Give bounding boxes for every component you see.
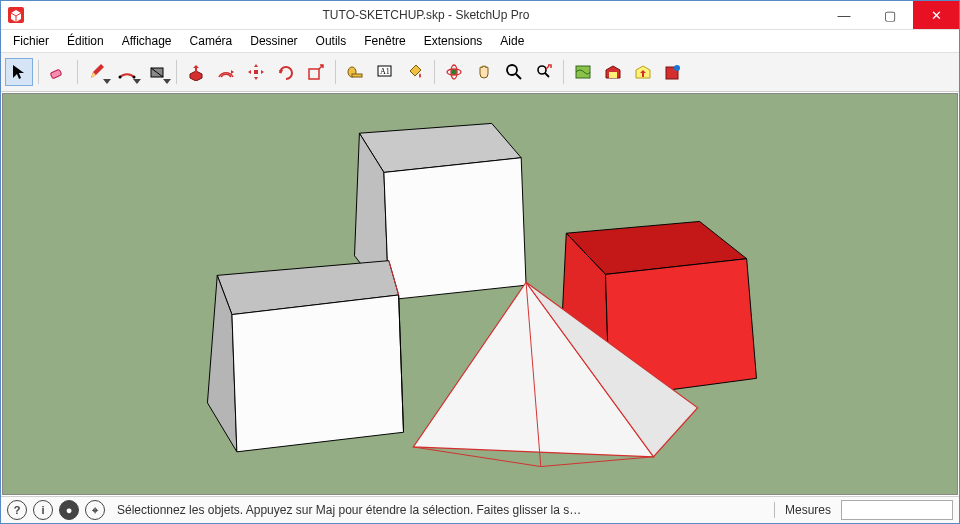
toolbar-sep — [38, 60, 39, 84]
svg-point-12 — [451, 69, 457, 75]
pushpull-tool[interactable] — [182, 58, 210, 86]
svg-line-38 — [541, 457, 654, 467]
toolbar-sep — [434, 60, 435, 84]
model-viewport[interactable] — [2, 93, 958, 495]
text-tool[interactable]: A1 — [371, 58, 399, 86]
3d-warehouse-tool[interactable] — [599, 58, 627, 86]
measures-input[interactable] — [841, 500, 953, 520]
svg-marker-28 — [232, 295, 404, 452]
select-tool[interactable] — [5, 58, 33, 86]
menu-aide[interactable]: Aide — [492, 32, 532, 50]
svg-line-16 — [516, 74, 521, 79]
maximize-button[interactable]: ▢ — [867, 1, 913, 29]
pencil-tool[interactable] — [83, 58, 111, 86]
svg-point-17 — [538, 66, 546, 74]
toolbar-sep — [563, 60, 564, 84]
share-model-tool[interactable] — [629, 58, 657, 86]
toolbar-sep — [335, 60, 336, 84]
cube-front-left — [207, 261, 403, 452]
menu-fichier[interactable]: Fichier — [5, 32, 57, 50]
toolbar: A1 — [1, 53, 959, 92]
svg-rect-7 — [309, 69, 319, 79]
zoom-tool[interactable] — [500, 58, 528, 86]
menu-outils[interactable]: Outils — [308, 32, 355, 50]
info-icon[interactable]: i — [33, 500, 53, 520]
status-hint: Sélectionnez les objets. Appuyez sur Maj… — [111, 503, 768, 517]
svg-line-18 — [545, 73, 549, 77]
minimize-button[interactable]: — — [821, 1, 867, 29]
measures-label: Mesures — [781, 503, 835, 517]
zoom-extents-tool[interactable] — [530, 58, 558, 86]
scene-objects — [3, 94, 957, 494]
titlebar: TUTO-SKETCHUP.skp - SketchUp Pro — ▢ ✕ — [1, 1, 959, 30]
menu-camera[interactable]: Caméra — [182, 32, 241, 50]
svg-rect-19 — [576, 66, 590, 78]
svg-marker-25 — [384, 158, 526, 300]
extension-warehouse-tool[interactable] — [659, 58, 687, 86]
offset-tool[interactable] — [212, 58, 240, 86]
shapes-tool[interactable] — [143, 58, 171, 86]
menu-affichage[interactable]: Affichage — [114, 32, 180, 50]
menu-extensions[interactable]: Extensions — [416, 32, 491, 50]
orbit-tool[interactable] — [440, 58, 468, 86]
scale-tool[interactable] — [302, 58, 330, 86]
menu-dessiner[interactable]: Dessiner — [242, 32, 305, 50]
app-window: TUTO-SKETCHUP.skp - SketchUp Pro — ▢ ✕ F… — [0, 0, 960, 524]
window-title: TUTO-SKETCHUP.skp - SketchUp Pro — [31, 8, 821, 22]
svg-rect-9 — [352, 74, 362, 77]
menubar: Fichier Édition Affichage Caméra Dessine… — [1, 30, 959, 53]
tape-measure-tool[interactable] — [341, 58, 369, 86]
window-controls: — ▢ ✕ — [821, 1, 959, 29]
menu-fenetre[interactable]: Fenêtre — [356, 32, 413, 50]
help-icon[interactable]: ? — [7, 500, 27, 520]
menu-edition[interactable]: Édition — [59, 32, 112, 50]
sketchup-app-icon — [7, 6, 25, 24]
eraser-tool[interactable] — [44, 58, 72, 86]
svg-point-22 — [674, 65, 680, 71]
svg-rect-1 — [50, 69, 62, 79]
svg-rect-6 — [254, 70, 258, 74]
statusbar: ? i ● ⌖ Sélectionnez les objets. Appuyez… — [1, 496, 959, 523]
toolbar-sep — [77, 60, 78, 84]
geo-location-tool[interactable] — [569, 58, 597, 86]
user-icon[interactable]: ● — [59, 500, 79, 520]
arc-tool[interactable] — [113, 58, 141, 86]
rotate-tool[interactable] — [272, 58, 300, 86]
svg-point-15 — [507, 65, 517, 75]
svg-rect-20 — [609, 72, 617, 78]
toolbar-sep — [176, 60, 177, 84]
pan-tool[interactable] — [470, 58, 498, 86]
move-tool[interactable] — [242, 58, 270, 86]
close-button[interactable]: ✕ — [913, 1, 959, 29]
svg-text:A1: A1 — [380, 67, 390, 76]
geo-icon[interactable]: ⌖ — [85, 500, 105, 520]
paint-bucket-tool[interactable] — [401, 58, 429, 86]
svg-point-2 — [119, 76, 122, 79]
status-sep — [774, 502, 775, 518]
